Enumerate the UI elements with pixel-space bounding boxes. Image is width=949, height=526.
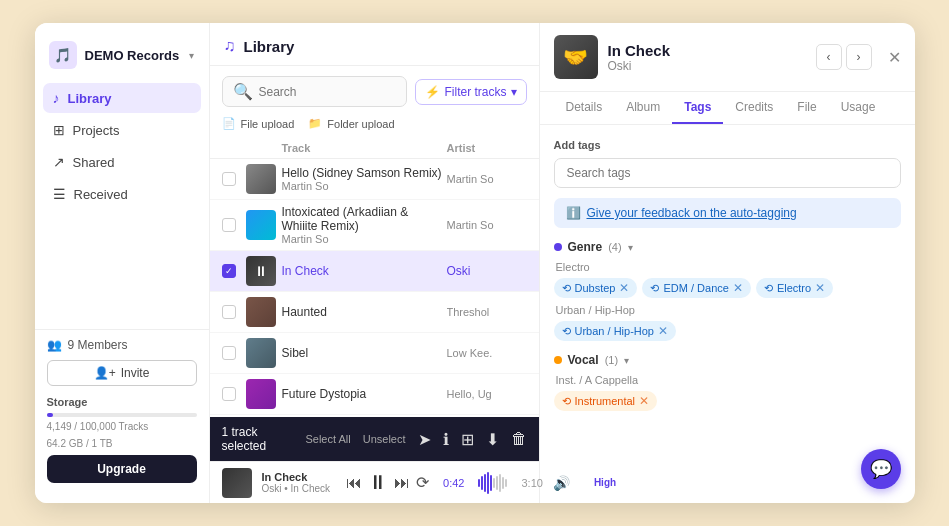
tab-file[interactable]: File [785, 92, 828, 124]
chip-label: EDM / Dance [663, 282, 728, 294]
genre-hiphop-chips: ⟲ Urban / Hip-Hop ✕ [554, 321, 901, 341]
invite-button[interactable]: 👤+ Invite [47, 360, 197, 386]
next-button[interactable]: ⏭ [394, 474, 410, 492]
tag-chip-instrumental[interactable]: ⟲ Instrumental ✕ [554, 391, 658, 411]
sidebar-item-received[interactable]: ☰ Received [43, 179, 201, 209]
upload-row: 📄 File upload 📁 Folder upload [210, 117, 539, 138]
download-action-icon[interactable]: ⬇ [486, 430, 499, 449]
chip-dot-icon: ⟲ [562, 325, 571, 338]
chip-remove-icon[interactable]: ✕ [815, 281, 825, 295]
tab-album[interactable]: Album [614, 92, 672, 124]
chevron-down-icon: ▾ [189, 50, 194, 61]
chat-fab-button[interactable]: 💬 [861, 449, 901, 489]
table-row[interactable]: Sibel Low Kee. [210, 333, 539, 374]
sidebar-item-label: Library [68, 91, 112, 106]
track-thumbnail [246, 338, 276, 368]
table-row[interactable]: ✓ ⏸ In Check Oski [210, 251, 539, 292]
tag-section-genre: Genre (4) ▾ Electro ⟲ Dubstep ✕ ⟲ EDM / … [554, 240, 901, 341]
vocal-dot [554, 356, 562, 364]
add-tags-label: Add tags [554, 139, 901, 151]
play-pause-button[interactable]: ⏸ [368, 471, 388, 494]
tab-usage[interactable]: Usage [829, 92, 888, 124]
track-info: In Check [282, 264, 447, 278]
tab-details[interactable]: Details [554, 92, 615, 124]
track-info: Intoxicated (Arkadiian & Whiiite Remix) … [282, 205, 447, 245]
track-checkbox[interactable]: ✓ [222, 264, 236, 278]
sidebar-item-shared[interactable]: ↗ Shared [43, 147, 201, 177]
tag-chip-urban-hiphop[interactable]: ⟲ Urban / Hip-Hop ✕ [554, 321, 676, 341]
search-icon: 🔍 [233, 82, 253, 101]
sidebar-bottom: 👥 9 Members 👤+ Invite Storage 4,149 / 10… [35, 329, 209, 491]
track-checkbox[interactable] [222, 218, 236, 232]
column-artist: Artist [447, 142, 527, 154]
app-logo: 🎵 [49, 41, 77, 69]
track-thumbnail [246, 379, 276, 409]
search-input[interactable] [259, 85, 397, 99]
chip-remove-icon[interactable]: ✕ [658, 324, 668, 338]
library-panel: ♫ Library 🔍 ⚡ Filter tracks ▾ 📄 File upl… [210, 23, 540, 503]
player-controls: ⏮ ⏸ ⏭ ⟳ [346, 471, 429, 494]
next-track-button[interactable]: › [846, 44, 872, 70]
delete-action-icon[interactable]: 🗑 [511, 430, 527, 448]
tag-chip-edm-dance[interactable]: ⟲ EDM / Dance ✕ [642, 278, 750, 298]
chip-dot-icon: ⟲ [764, 282, 773, 295]
chip-remove-icon[interactable]: ✕ [733, 281, 743, 295]
folder-upload-label: Folder upload [327, 118, 394, 130]
filter-button[interactable]: ⚡ Filter tracks ▾ [415, 79, 526, 105]
tab-tags[interactable]: Tags [672, 92, 723, 124]
loop-button[interactable]: ⟳ [416, 473, 429, 492]
vocal-section-header[interactable]: Vocal (1) ▾ [554, 353, 901, 367]
chip-remove-icon[interactable]: ✕ [639, 394, 649, 408]
search-box[interactable]: 🔍 [222, 76, 408, 107]
feedback-link[interactable]: Give your feedback on the auto-tagging [587, 206, 797, 220]
prev-button[interactable]: ⏮ [346, 474, 362, 492]
close-button[interactable]: ✕ [888, 48, 901, 67]
track-checkbox[interactable] [222, 346, 236, 360]
detail-body: Add tags ℹ️ Give your feedback on the au… [540, 125, 915, 503]
playlist-action-icon[interactable]: ⊞ [461, 430, 474, 449]
tag-section-vocal: Vocal (1) ▾ Inst. / A Cappella ⟲ Instrum… [554, 353, 901, 411]
genre-label: Genre [568, 240, 603, 254]
genre-sub-label-hiphop: Urban / Hip-Hop [554, 304, 901, 316]
select-all-link[interactable]: Select All [305, 433, 350, 445]
table-row[interactable]: Future Dystopia Hello, Ug [210, 374, 539, 415]
sidebar-header[interactable]: 🎵 DEMO Records ▾ [35, 35, 209, 83]
invite-label: Invite [121, 366, 150, 380]
tab-usage-label: Usage [841, 100, 876, 114]
filter-icon: ⚡ [425, 85, 440, 99]
sidebar-item-library[interactable]: ♪ Library [43, 83, 201, 113]
file-icon: 📄 [222, 117, 236, 130]
detail-header: 🤝 In Check Oski ‹ › ✕ [540, 23, 915, 92]
track-checkbox[interactable] [222, 387, 236, 401]
chip-label: Urban / Hip-Hop [575, 325, 654, 337]
detail-track-title: In Check [608, 42, 671, 59]
tab-credits[interactable]: Credits [723, 92, 785, 124]
sidebar-item-projects[interactable]: ⊞ Projects [43, 115, 201, 145]
tags-search-input[interactable] [554, 158, 901, 188]
track-thumbnail [246, 210, 276, 240]
table-row[interactable]: Hello (Sidney Samson Remix) Martin So Ma… [210, 159, 539, 200]
upgrade-button[interactable]: Upgrade [47, 455, 197, 483]
members-icon: 👥 [47, 338, 62, 352]
tag-chip-electro[interactable]: ⟲ Electro ✕ [756, 278, 833, 298]
library-search-row: 🔍 ⚡ Filter tracks ▾ [210, 66, 539, 117]
table-row[interactable]: Haunted Threshol [210, 292, 539, 333]
folder-upload-button[interactable]: 📁 Folder upload [308, 117, 394, 130]
prev-track-button[interactable]: ‹ [816, 44, 842, 70]
waveform [478, 471, 507, 495]
genre-section-header[interactable]: Genre (4) ▾ [554, 240, 901, 254]
track-name: Sibel [282, 346, 447, 360]
unselect-link[interactable]: Unselect [363, 433, 406, 445]
share-action-icon[interactable]: ➤ [418, 430, 431, 449]
volume-icon[interactable]: 🔊 [553, 475, 570, 491]
track-checkbox[interactable] [222, 172, 236, 186]
genre-chevron-icon: ▾ [628, 242, 633, 253]
chip-remove-icon[interactable]: ✕ [619, 281, 629, 295]
sidebar: 🎵 DEMO Records ▾ ♪ Library ⊞ Projects ↗ … [35, 23, 210, 503]
tag-chip-dubstep[interactable]: ⟲ Dubstep ✕ [554, 278, 638, 298]
file-upload-button[interactable]: 📄 File upload [222, 117, 295, 130]
table-row[interactable]: Intoxicated (Arkadiian & Whiiite Remix) … [210, 200, 539, 251]
track-checkbox[interactable] [222, 305, 236, 319]
info-action-icon[interactable]: ℹ [443, 430, 449, 449]
tab-tags-label: Tags [684, 100, 711, 114]
